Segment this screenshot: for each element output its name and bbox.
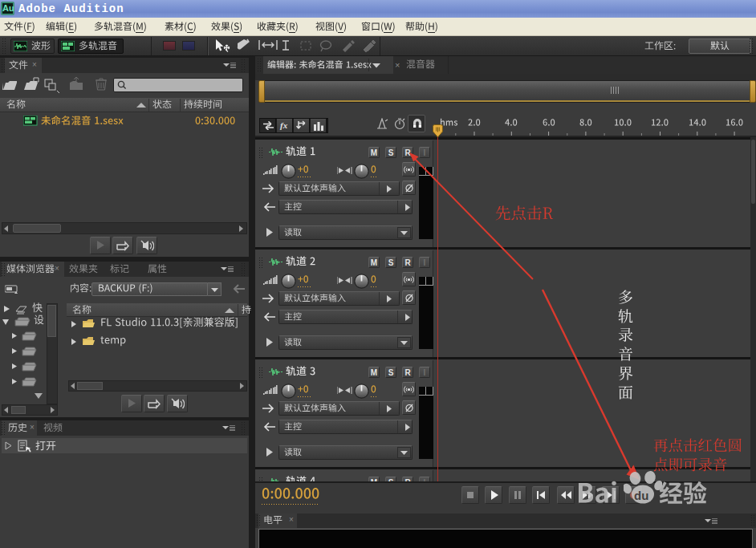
svg-text:du: du	[634, 489, 648, 502]
